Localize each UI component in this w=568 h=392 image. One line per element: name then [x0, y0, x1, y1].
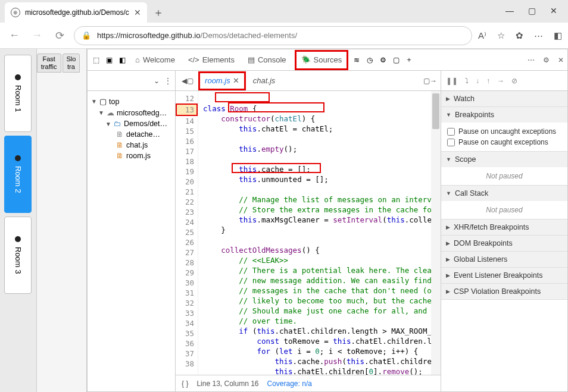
editor-popout-icon[interactable]: ▢→: [423, 77, 437, 85]
status-dot-icon: [15, 155, 21, 161]
tree-file-html[interactable]: 🗎 detache…: [90, 129, 173, 140]
room-3-button[interactable]: Room 3: [4, 217, 32, 294]
editor-tab-chat[interactable]: chat.js: [248, 71, 280, 90]
browser-tab[interactable]: ⊕ microsoftedge.github.io/Demos/c ✕: [5, 2, 147, 23]
maximize-button[interactable]: ▢: [528, 6, 536, 15]
deactivate-bp-icon[interactable]: ⊘: [511, 77, 517, 85]
debugger-toolbar: ❚❚ ⤵ ↓ ↑ → ⊘: [441, 71, 567, 91]
close-tab-icon[interactable]: ✕: [134, 8, 141, 17]
room-label: Room 2: [14, 166, 23, 193]
memory-icon[interactable]: ⚙: [378, 56, 388, 64]
tab-title: microsoftedge.github.io/Demos/c: [25, 8, 129, 17]
favorite-icon[interactable]: ☆: [497, 30, 505, 41]
performance-icon[interactable]: ◷: [365, 56, 374, 64]
code-editor[interactable]: class Room { constructor(chatEl) { this.…: [198, 91, 441, 375]
close-icon[interactable]: ✕: [233, 76, 239, 85]
global-listeners-section[interactable]: ▶Global Listeners: [441, 252, 567, 267]
inspect-icon[interactable]: ⬚: [91, 56, 101, 64]
cloud-icon: ☁: [107, 108, 114, 117]
tree-host[interactable]: ▼☁ microsoftedg…: [90, 107, 173, 118]
room-1-button[interactable]: Room 1: [4, 55, 32, 132]
scrollbar-thumb[interactable]: [432, 93, 439, 129]
step-out-icon[interactable]: ↑: [486, 77, 490, 85]
refresh-button[interactable]: ⟳: [51, 27, 68, 44]
slow-traffic-tab[interactable]: Slotra: [63, 54, 80, 73]
elements-tab[interactable]: </>Elements: [183, 50, 239, 70]
tree-file-room[interactable]: 🗎 room.js: [90, 150, 173, 161]
nav-more-icon[interactable]: ⋮: [164, 77, 171, 85]
coverage-link[interactable]: Coverage: n/a: [267, 380, 312, 388]
url-path: /Demos/detached-elements/: [200, 31, 297, 40]
back-button[interactable]: ←: [6, 27, 23, 44]
sidebar-toggle-icon[interactable]: ◧: [554, 30, 562, 41]
step-icon[interactable]: →: [497, 77, 504, 85]
pause-caught-checkbox[interactable]: Pause on caught exceptions: [447, 137, 561, 148]
add-panel-icon[interactable]: ＋: [404, 55, 414, 65]
navigator-pane: ⌄ ⋮ ▼▢ top ▼☁ microsoftedg… ▼🗀 Demos/det…: [88, 71, 176, 391]
nav-dropdown-icon[interactable]: ⌄: [154, 77, 160, 85]
step-into-icon[interactable]: ↓: [476, 77, 479, 85]
editor-back-icon[interactable]: ◀▢: [179, 77, 196, 85]
scope-section[interactable]: ▼Scope: [441, 152, 567, 167]
csp-violation-bp-section[interactable]: ▶CSP Violation Breakpoints: [441, 284, 567, 299]
console-icon: ▤: [248, 55, 255, 64]
sources-tab[interactable]: 🪲Sources: [295, 50, 349, 70]
lock-icon: 🔒: [82, 31, 91, 40]
status-dot-icon: [15, 236, 21, 242]
devtools-more-icon[interactable]: ⋯: [528, 56, 535, 64]
file-icon: 🗎: [116, 141, 124, 149]
address-bar[interactable]: 🔒 https://microsoftedge.github.io/Demos/…: [74, 26, 472, 45]
new-tab-button[interactable]: ＋: [149, 4, 167, 21]
room-selector: Room 1 Room 2 Room 3: [0, 49, 37, 392]
pause-icon[interactable]: ❚❚: [446, 77, 458, 85]
app-icon[interactable]: ▢: [391, 56, 401, 64]
devtools-close-icon[interactable]: ✕: [558, 56, 564, 64]
tree-file-chat[interactable]: 🗎 chat.js: [90, 140, 173, 150]
close-window-button[interactable]: ✕: [550, 6, 557, 15]
scope-not-paused: Not paused: [441, 167, 567, 185]
url-toolbar: ← → ⟳ 🔒 https://microsoftedge.github.io/…: [0, 23, 568, 49]
globe-icon: ⊕: [11, 8, 20, 17]
step-over-icon[interactable]: ⤵: [465, 77, 469, 85]
read-aloud-icon[interactable]: A⁾: [478, 30, 486, 41]
vertical-scrollbar[interactable]: [431, 91, 441, 375]
editor-tabbar: ◀▢ room.js✕ chat.js ▢→: [176, 71, 441, 91]
tree-folder[interactable]: ▼🗀 Demos/det…: [90, 118, 173, 129]
watch-section[interactable]: ▶Watch: [441, 91, 567, 106]
highlight-box: [215, 92, 270, 102]
room-label: Room 3: [14, 247, 23, 274]
minimize-button[interactable]: —: [505, 6, 514, 15]
line-gutter: 12 13 14 15 16 17 18 19 20 21 22 23 24 2…: [176, 91, 198, 375]
dock-icon[interactable]: ◧: [117, 56, 127, 64]
devtools-panel: ⬚ ▣ ◧ ⌂Welcome </>Elements ▤Console 🪲Sou…: [87, 49, 568, 392]
code-icon: </>: [188, 55, 199, 64]
editor-pane: ◀▢ room.js✕ chat.js ▢→ 12 13 14 15 16 17…: [176, 71, 441, 391]
devtools-settings-icon[interactable]: ⚙: [543, 56, 550, 64]
network-icon[interactable]: ≋: [352, 56, 361, 64]
fast-traffic-tab[interactable]: Fasttraffic: [37, 54, 61, 73]
breakpoints-section[interactable]: ▼Breakpoints: [441, 107, 567, 123]
braces-icon[interactable]: { }: [182, 380, 188, 388]
tree-top[interactable]: ▼▢ top: [90, 96, 173, 107]
file-icon: 🗎: [116, 152, 124, 160]
editor-status-bar: { } Line 13, Column 16 Coverage: n/a: [176, 375, 441, 391]
editor-tab-room[interactable]: room.js✕: [198, 71, 246, 90]
pause-uncaught-checkbox[interactable]: Pause on uncaught exceptions: [447, 126, 561, 137]
event-listener-bp-section[interactable]: ▶Event Listener Breakpoints: [441, 268, 567, 283]
more-menu-icon[interactable]: ⋯: [534, 30, 543, 41]
room-2-button[interactable]: Room 2: [4, 136, 32, 213]
dom-breakpoints-section[interactable]: ▶DOM Breakpoints: [441, 236, 567, 251]
file-tree: ▼▢ top ▼☁ microsoftedg… ▼🗀 Demos/det… 🗎 …: [88, 91, 175, 166]
welcome-tab[interactable]: ⌂Welcome: [130, 50, 180, 70]
frame-icon: ▢: [99, 97, 107, 106]
cursor-position: Line 13, Column 16: [196, 380, 258, 388]
callstack-not-paused: Not paused: [441, 201, 567, 219]
device-toggle-icon[interactable]: ▣: [104, 56, 114, 64]
console-tab[interactable]: ▤Console: [243, 50, 291, 70]
debugger-pane: ❚❚ ⤵ ↓ ↑ → ⊘ ▶Watch ▼Breakpoints Pause o…: [441, 71, 567, 391]
xhr-breakpoints-section[interactable]: ▶XHR/fetch Breakpoints: [441, 219, 567, 235]
extensions-icon[interactable]: ✿: [516, 30, 523, 41]
file-icon: 🗎: [116, 130, 124, 139]
bug-icon: 🪲: [301, 55, 311, 64]
callstack-section[interactable]: ▼Call Stack: [441, 186, 567, 201]
